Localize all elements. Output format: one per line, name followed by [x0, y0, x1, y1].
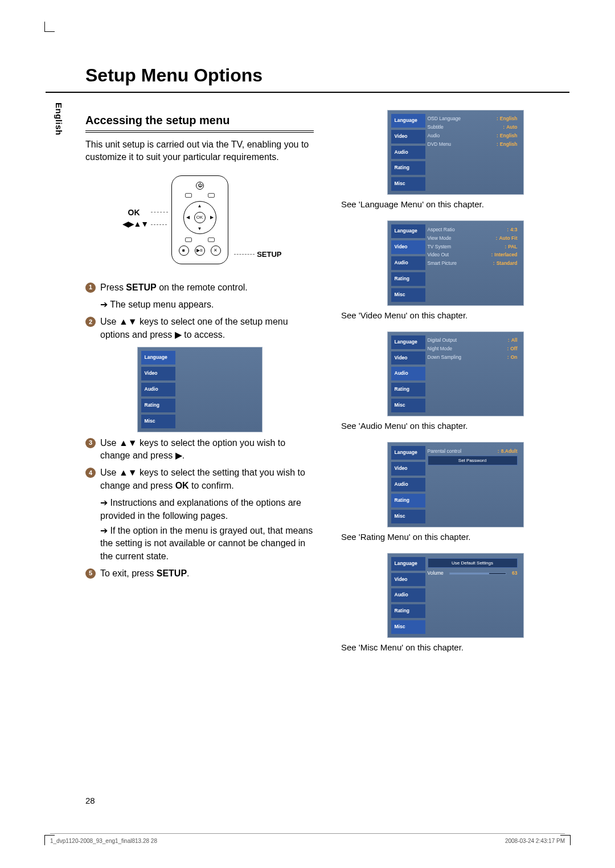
intro-text: This unit setup is carried out via the T… — [85, 138, 314, 164]
text: The setup menu appears. — [110, 300, 214, 309]
diagram-arrows: ◀▶▲▼ — [122, 219, 149, 230]
menu-value: All — [511, 337, 518, 344]
menu-key: Video Out — [428, 252, 491, 259]
menu-value: Off — [510, 346, 517, 353]
arrow-icon: ➔ — [100, 300, 110, 309]
tab-audio: Audio — [141, 383, 175, 396]
tab-audio: Audio — [391, 367, 425, 380]
menu-value: 8.Adult — [501, 448, 518, 455]
print-footer: 1_dvp1120-2008_93_eng1_final813.28 28 20… — [50, 833, 565, 845]
tab-misc: Misc — [391, 399, 425, 412]
menu-value: Auto — [506, 124, 517, 131]
step-3: 3 Use ▲▼ keys to select the option you w… — [85, 437, 314, 462]
arrow-icon: ➔ — [100, 498, 110, 507]
rating-menu-screenshot: Language Video Audio Rating Misc Parenta… — [387, 442, 524, 527]
tab-rating: Rating — [391, 161, 425, 175]
menu-key: TV System — [428, 244, 505, 251]
volume-row: Volume 63 — [428, 570, 518, 578]
ok-button-icon: OK — [194, 212, 206, 223]
audio-menu-caption: See 'Audio Menu' on this chapter. — [341, 420, 569, 432]
step-5: 5 To exit, press SETUP. — [85, 567, 314, 580]
menu-body: Digital Output:All Night Mode:Off Down S… — [425, 335, 520, 412]
diagram-label-setup: SETUP — [257, 249, 281, 260]
menu-value: Standard — [497, 260, 518, 267]
arrow-left-icon: ◀ — [186, 214, 190, 220]
volume-label: Volume — [428, 570, 444, 577]
menu-tabs: Language Video Audio Rating Misc — [391, 224, 425, 301]
step-number-icon: 4 — [85, 468, 96, 478]
keyword: SETUP — [126, 282, 156, 292]
tab-language: Language — [391, 446, 425, 460]
power-icon: ⏻ — [196, 182, 204, 190]
tab-video: Video — [391, 240, 425, 254]
tab-language: Language — [391, 335, 425, 349]
dpad: ▲ ▼ ◀ ▶ OK — [183, 201, 216, 234]
menu-body — [175, 351, 259, 428]
page-title: Setup Menu Options — [46, 63, 569, 93]
leader-line — [151, 224, 167, 225]
footer-left: 1_dvp1120-2008_93_eng1_final813.28 28 — [50, 837, 157, 845]
page: English Setup Menu Options Accessing the… — [0, 0, 615, 868]
play-pause-icon: ▶II — [195, 245, 205, 256]
right-column: Language Video Audio Rating Misc OSD Lan… — [341, 104, 569, 664]
menu-key: Down Sampling — [428, 354, 507, 361]
button-row: ■ ▶II ✕ — [179, 245, 221, 256]
text: Press — [100, 282, 126, 292]
menu-row: Night Mode:Off — [428, 345, 518, 354]
menu-row: OSD Language:English — [428, 115, 518, 124]
defaults-banner: Use Default Settings — [428, 558, 518, 568]
menu-row: View Mode:Auto Fit — [428, 234, 518, 243]
tab-video: Video — [391, 130, 425, 144]
step-text: Use ▲▼ keys to select one of the setup m… — [100, 316, 314, 341]
language-indicator: English — [53, 103, 65, 136]
tab-audio: Audio — [391, 478, 425, 492]
menu-row: Down Sampling:On — [428, 353, 518, 362]
content-columns: Accessing the setup menu This unit setup… — [46, 104, 569, 664]
text: Instructions and explanations of the opt… — [100, 498, 301, 520]
step-1: 1 Press SETUP on the remote control. — [85, 281, 314, 294]
tab-misc: Misc — [141, 415, 175, 428]
tab-rating: Rating — [391, 604, 425, 618]
menu-body: Use Default Settings Volume 63 — [425, 557, 520, 634]
remote-diagram: OK ◀▶▲▼ SETUP ⏻ ▲ ▼ ◀ — [149, 175, 251, 264]
button-row — [185, 193, 215, 198]
step-1-result: ➔ The setup menu appears. — [85, 298, 314, 311]
menu-key: View Mode — [428, 235, 496, 242]
misc-menu-screenshot: Language Video Audio Rating Misc Use Def… — [387, 553, 524, 638]
menu-value: English — [500, 133, 518, 140]
misc-menu-caption: See 'Misc Menu' on this chapter. — [341, 641, 569, 653]
tab-language: Language — [391, 557, 425, 571]
text: on the remote control. — [157, 282, 248, 292]
volume-fill — [450, 573, 489, 574]
keyword: SETUP — [157, 568, 187, 578]
menu-value: English — [500, 141, 518, 148]
menu-tabs: Language Video Audio Rating Misc — [391, 557, 425, 634]
menu-row: Aspect Ratio:4:3 — [428, 226, 518, 234]
tab-audio: Audio — [391, 146, 425, 159]
step-4: 4 Use ▲▼ keys to select the setting that… — [85, 466, 314, 492]
tab-video: Video — [391, 462, 425, 476]
step-number-icon: 5 — [85, 568, 96, 579]
menu-row: DVD Menu:English — [428, 140, 518, 149]
menu-row: TV System:PAL — [428, 243, 518, 251]
arrow-right-icon: ▶ — [210, 214, 214, 220]
menu-body: OSD Language:English Subtitle:Auto Audio… — [425, 114, 520, 191]
crop-mark — [44, 22, 55, 32]
text: . — [187, 568, 189, 578]
menu-key: Night Mode — [428, 346, 507, 353]
step-number-icon: 2 — [85, 317, 96, 327]
menu-value: Interlaced — [494, 252, 517, 259]
step-number-icon: 1 — [85, 282, 96, 293]
footer-right: 2008-03-24 2:43:17 PM — [505, 837, 565, 845]
menu-key: Subtitle — [428, 124, 503, 131]
tab-rating: Rating — [391, 494, 425, 507]
menu-key: Aspect Ratio — [428, 227, 507, 234]
menu-row: Digital Output:All — [428, 337, 518, 345]
menu-row: Audio:English — [428, 132, 518, 141]
menu-body: Parental control:8.Adult Set Password — [425, 446, 520, 523]
tab-misc: Misc — [391, 510, 425, 523]
stop-icon: ■ — [179, 245, 189, 256]
menu-row: Parental control:8.Adult — [428, 447, 518, 456]
menu-key: DVD Menu — [428, 141, 497, 148]
setup-menu-screenshot: Language Video Audio Rating Misc — [137, 347, 263, 432]
